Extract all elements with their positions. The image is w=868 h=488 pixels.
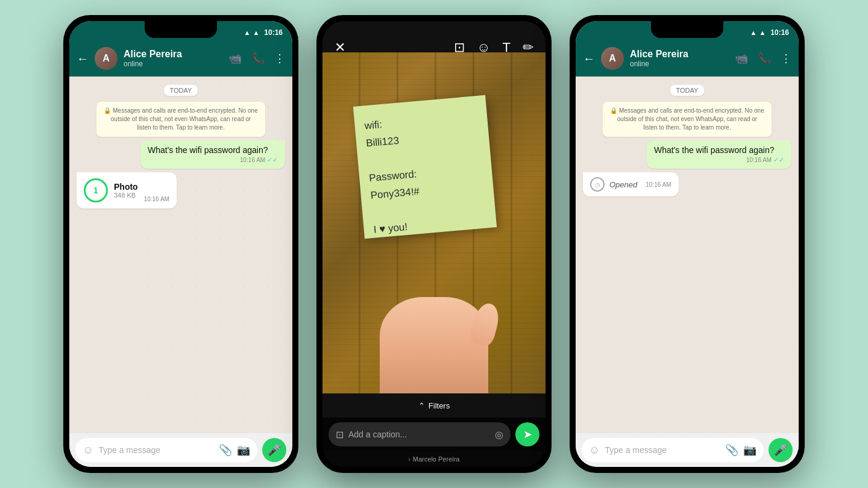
phone-notch-3 [651,21,723,38]
ticks-1: ✓✓ [267,156,278,163]
more-options-icon-1[interactable]: ⋮ [274,52,285,65]
one-time-icon[interactable]: ◎ [495,429,503,440]
opened-text: Opened [609,180,637,189]
hand-area [380,297,488,393]
photo-size-1: 348 KB [114,192,138,199]
mic-button-1[interactable]: 🎤 [262,438,286,462]
avatar-1: A [95,47,118,70]
status-time-3: 10:16 [770,28,789,37]
phone-3: ▲ ▲ 10:16 ← A Alice Pereira online 📹 📞 ⋮… [570,15,805,473]
caption-placeholder: Add a caption... [348,430,490,439]
filters-chevron-icon: ⌃ [418,401,425,410]
viewer-toolbar: ✕ ⊡ ☺ T ✏ [322,21,546,52]
message-placeholder-3: Type a message [605,445,720,455]
header-icons-3: 📹 📞 ⋮ [735,52,791,65]
caption-pill[interactable]: ⊡ Add a caption... ◎ [329,422,511,446]
filters-bar: ⌃ Filters [322,393,546,418]
back-button-1[interactable]: ← [77,52,89,66]
input-pill-3[interactable]: ☺ Type a message 📎 📷 [582,438,764,462]
sent-text-1: What's the wifi password again? [148,145,268,155]
back-button-3[interactable]: ← [583,52,595,66]
date-badge-1: TODAY [164,85,198,96]
wifi-icon: ▲ [244,29,251,36]
avatar-3: A [601,47,624,70]
sent-time-3: 10:16 AM ✓✓ [746,156,784,164]
emoji-icon-input-3[interactable]: ☺ [589,444,600,457]
credit-bar: › Marcelo Pereira [322,451,546,467]
date-badge-3: TODAY [670,85,705,96]
voice-call-icon-3[interactable]: 📞 [758,52,771,65]
sticky-text: wifi: Billi123 Password: Pony334!# I ♥ y… [364,113,424,239]
hand-shape [380,297,488,393]
photo-info-1: Photo 348 KB [114,182,138,199]
header-icons-1: 📹 📞 ⋮ [228,52,285,65]
camera-icon-1[interactable]: 📷 [237,443,250,457]
chat-body-1: TODAY 🔒 Messages and calls are end-to-en… [69,77,292,433]
filters-label[interactable]: Filters [429,401,450,410]
photo-icon-1: 1 [84,178,108,202]
contact-name-3: Alice Pereira [630,49,729,60]
sent-text-3: What's the wifi password again? [654,145,775,155]
wifi-icon-3: ▲ [750,29,757,36]
chat-body-3: TODAY 🔒 Messages and calls are end-to-en… [576,77,799,433]
camera-icon-3[interactable]: 📷 [743,443,756,457]
phone-2: ✕ ⊡ ☺ T ✏ wifi: Billi123 Password: Pony3… [316,15,552,473]
chat-header-3: ← A Alice Pereira online 📹 📞 ⋮ [576,40,799,77]
credit-text: Marcelo Pereira [413,455,460,463]
attach-icon-3[interactable]: 📎 [725,443,738,457]
signal-icon: ▲ [253,29,259,36]
attach-icon-1[interactable]: 📎 [219,443,232,457]
contact-status-1: online [124,60,222,68]
mic-button-3[interactable]: 🎤 [769,438,793,462]
contact-name-1: Alice Pereira [124,49,222,60]
encryption-notice-3[interactable]: 🔒 Messages and calls are end-to-end encr… [603,102,772,137]
sent-time-1: 10:16 AM ✓✓ [240,156,278,164]
phone-1: ▲ ▲ 10:16 ← A Alice Pereira online 📹 📞 ⋮… [63,15,298,473]
sticky-note: wifi: Billi123 Password: Pony334!# I ♥ y… [353,95,497,239]
photo-label-1: Photo [114,182,138,192]
photo-bubble-1[interactable]: 1 Photo 348 KB 10:16 AM [77,172,177,208]
video-call-icon-1[interactable]: 📹 [228,52,242,65]
signal-icon-3: ▲ [759,29,766,36]
input-bar-3: ☺ Type a message 📎 📷 🎤 [576,433,799,467]
contact-info-3: Alice Pereira online [630,49,729,68]
contact-info-1: Alice Pereira online [124,49,222,68]
status-time-1: 10:16 [264,28,283,37]
opened-bubble: ◷ Opened 10:16 AM [583,172,679,196]
message-placeholder-1: Type a message [98,445,214,455]
opened-icon: ◷ [590,177,605,192]
phone-notch [145,21,217,38]
sent-message-3: What's the wifi password again? 10:16 AM… [647,140,791,169]
voice-call-icon-1[interactable]: 📞 [251,52,265,65]
encryption-notice-1[interactable]: 🔒 Messages and calls are end-to-end encr… [96,102,265,137]
more-options-icon-3[interactable]: ⋮ [781,52,791,65]
send-button[interactable]: ➤ [515,422,539,446]
ticks-3: ✓✓ [773,156,784,163]
chat-header-1: ← A Alice Pereira online 📹 📞 ⋮ [69,40,292,77]
caption-bar: ⊡ Add a caption... ◎ ➤ [322,418,546,451]
photo-time-1: 10:16 AM [144,196,169,202]
emoji-icon-input-1[interactable]: ☺ [83,444,93,457]
contact-status-3: online [630,60,729,68]
input-bar-1: ☺ Type a message 📎 📷 🎤 [69,433,292,467]
opened-time: 10:16 AM [646,181,671,188]
sent-message-1: What's the wifi password again? 10:16 AM… [140,140,285,169]
photo-content: wifi: Billi123 Password: Pony334!# I ♥ y… [322,52,546,393]
input-pill-1[interactable]: ☺ Type a message 📎 📷 [75,438,257,462]
credit-chevron: › [409,456,410,463]
caption-media-icon: ⊡ [336,429,344,440]
video-call-icon-3[interactable]: 📹 [735,52,748,65]
